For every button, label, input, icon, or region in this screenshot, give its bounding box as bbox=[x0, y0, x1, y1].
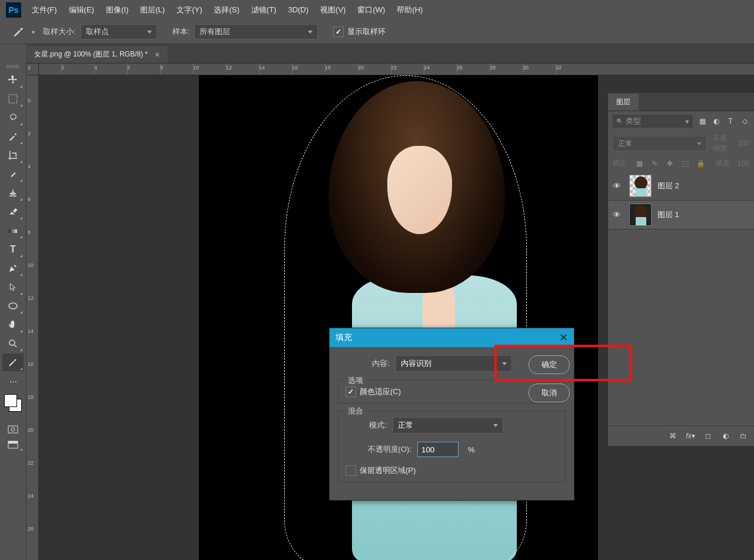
filter-image-icon[interactable]: ▦ bbox=[697, 116, 707, 126]
layer-thumbnail[interactable] bbox=[629, 175, 652, 197]
svg-rect-7 bbox=[8, 441, 18, 444]
filter-adjust-icon[interactable]: ◐ bbox=[712, 116, 721, 126]
layer-name[interactable]: 图层 2 bbox=[657, 181, 679, 191]
lasso-tool[interactable] bbox=[2, 109, 24, 126]
move-tool[interactable] bbox=[2, 71, 24, 89]
magic-wand-tool[interactable] bbox=[2, 128, 24, 145]
document-tab[interactable]: 女星.png @ 100% (图层 1, RGB/8) * × bbox=[26, 45, 168, 63]
menu-image[interactable]: 图像(I) bbox=[100, 0, 134, 20]
folder-icon[interactable]: 🗀 bbox=[739, 431, 748, 441]
pen-tool[interactable] bbox=[2, 259, 24, 277]
svg-rect-1 bbox=[9, 229, 17, 233]
chevron-down-icon[interactable]: ▾ bbox=[32, 29, 35, 35]
layers-tab[interactable]: 图层 bbox=[608, 93, 754, 111]
layer-row[interactable]: 👁 图层 1 bbox=[608, 201, 754, 229]
tool-preset-icon[interactable] bbox=[11, 24, 27, 40]
cancel-button[interactable]: 取消 bbox=[529, 384, 570, 402]
lock-brush-icon[interactable]: ✎ bbox=[650, 159, 659, 168]
blend-legend: 混合 bbox=[344, 406, 367, 416]
eraser-tool[interactable] bbox=[2, 203, 24, 221]
clone-stamp-tool[interactable] bbox=[2, 184, 24, 202]
content-select[interactable]: 内容识别 bbox=[396, 355, 512, 372]
menubar: Ps 文件(F) 编辑(E) 图像(I) 图层(L) 文字(Y) 选择(S) 滤… bbox=[0, 0, 754, 20]
blend-mode-select[interactable]: 正常 bbox=[613, 136, 707, 151]
mode-select[interactable]: 正常 bbox=[393, 417, 503, 434]
eyedropper-tool[interactable] bbox=[2, 354, 24, 371]
crop-tool[interactable] bbox=[2, 146, 24, 164]
vertical-ruler[interactable]: 20246810121416182022242628 bbox=[26, 75, 39, 560]
lock-pixels-icon[interactable]: ▦ bbox=[635, 159, 644, 168]
edit-toolbar-icon[interactable]: ⋯ bbox=[2, 372, 24, 390]
filter-type-icon[interactable]: T bbox=[726, 116, 735, 126]
layer-filter-search[interactable]: 类型▾ bbox=[613, 115, 693, 128]
lock-position-icon[interactable]: ✥ bbox=[665, 159, 675, 168]
mode-label: 模式: bbox=[346, 420, 387, 431]
sample-select[interactable]: 所有图层 bbox=[194, 24, 318, 39]
sample-label: 样本: bbox=[172, 26, 190, 37]
quick-mask-icon[interactable] bbox=[2, 422, 24, 436]
opacity-input[interactable] bbox=[417, 442, 459, 457]
toolbar-grip[interactable] bbox=[6, 65, 19, 68]
dialog-title: 填充 bbox=[336, 332, 352, 343]
fx-icon[interactable]: fx▾ bbox=[686, 431, 695, 441]
color-adapt-label: 颜色适应(C) bbox=[360, 386, 401, 397]
layer-thumbnail[interactable] bbox=[629, 204, 652, 226]
close-icon[interactable]: × bbox=[155, 50, 160, 59]
horizontal-ruler[interactable]: 02468101214161820222426283032 bbox=[39, 64, 754, 75]
layers-panel-footer: ⌘ fx▾ ◻ ◐ 🗀 bbox=[608, 425, 754, 446]
color-swatch[interactable] bbox=[4, 394, 22, 412]
opacity-label: 不透明度(O): bbox=[346, 444, 411, 455]
link-layers-icon[interactable]: ⌘ bbox=[668, 431, 677, 441]
dialog-titlebar[interactable]: 填充 ✕ bbox=[330, 328, 574, 347]
visibility-icon[interactable]: 👁 bbox=[610, 181, 623, 191]
screen-mode-icon[interactable] bbox=[2, 438, 24, 452]
color-adapt-checkbox[interactable] bbox=[346, 386, 356, 397]
ps-logo-icon: Ps bbox=[6, 2, 21, 18]
show-ring-label: 显示取样环 bbox=[347, 26, 386, 37]
percent-label: % bbox=[468, 445, 475, 454]
document-tab-title: 女星.png @ 100% (图层 1, RGB/8) * bbox=[34, 49, 148, 59]
lock-label: 锁定: bbox=[613, 158, 629, 168]
close-icon[interactable]: ✕ bbox=[559, 331, 568, 344]
svg-rect-6 bbox=[8, 441, 18, 448]
preserve-alpha-checkbox[interactable] bbox=[346, 465, 356, 476]
gradient-tool[interactable] bbox=[2, 222, 24, 239]
filter-shape-icon[interactable]: ◇ bbox=[740, 116, 749, 126]
lock-artboard-icon[interactable]: ⬚ bbox=[680, 159, 690, 168]
menu-3d[interactable]: 3D(D) bbox=[282, 0, 314, 20]
opacity-label: 不透明度: bbox=[713, 134, 732, 154]
type-tool[interactable]: T bbox=[2, 241, 24, 258]
svg-point-2 bbox=[9, 303, 17, 309]
brush-tool[interactable] bbox=[2, 165, 24, 183]
menu-window[interactable]: 窗口(W) bbox=[351, 0, 391, 20]
tabbar: 女星.png @ 100% (图层 1, RGB/8) * × bbox=[26, 44, 754, 64]
path-selection-tool[interactable] bbox=[2, 278, 24, 296]
fill-value[interactable]: 100 bbox=[738, 159, 749, 168]
mask-icon[interactable]: ◻ bbox=[703, 431, 713, 441]
shape-tool[interactable] bbox=[2, 297, 24, 315]
menu-layer[interactable]: 图层(L) bbox=[134, 0, 171, 20]
lock-all-icon[interactable]: 🔒 bbox=[696, 159, 705, 168]
layer-name[interactable]: 图层 1 bbox=[657, 209, 679, 220]
sample-size-label: 取样大小: bbox=[43, 26, 76, 37]
sample-size-select[interactable]: 取样点 bbox=[81, 24, 157, 39]
menu-view[interactable]: 视图(V) bbox=[314, 0, 351, 20]
menu-filter[interactable]: 滤镜(T) bbox=[245, 0, 283, 20]
menu-help[interactable]: 帮助(H) bbox=[391, 0, 429, 20]
adjustment-icon[interactable]: ◐ bbox=[721, 431, 730, 441]
hand-tool[interactable] bbox=[2, 316, 24, 334]
menu-select[interactable]: 选择(S) bbox=[208, 0, 245, 20]
svg-point-5 bbox=[11, 428, 15, 431]
menu-file[interactable]: 文件(F) bbox=[26, 0, 63, 20]
marquee-tool[interactable] bbox=[2, 90, 24, 108]
optionsbar: ▾ 取样大小: 取样点 样本: 所有图层 显示取样环 bbox=[0, 20, 754, 44]
options-legend: 选项 bbox=[344, 375, 367, 386]
opacity-value[interactable]: 100 bbox=[738, 139, 749, 148]
visibility-icon[interactable]: 👁 bbox=[610, 210, 623, 219]
zoom-tool[interactable] bbox=[2, 335, 24, 352]
layer-row[interactable]: 👁 图层 2 bbox=[608, 172, 754, 201]
menu-type[interactable]: 文字(Y) bbox=[171, 0, 208, 20]
show-ring-checkbox[interactable] bbox=[333, 26, 344, 37]
menu-edit[interactable]: 编辑(E) bbox=[63, 0, 100, 20]
ok-button[interactable]: 确定 bbox=[529, 355, 570, 374]
